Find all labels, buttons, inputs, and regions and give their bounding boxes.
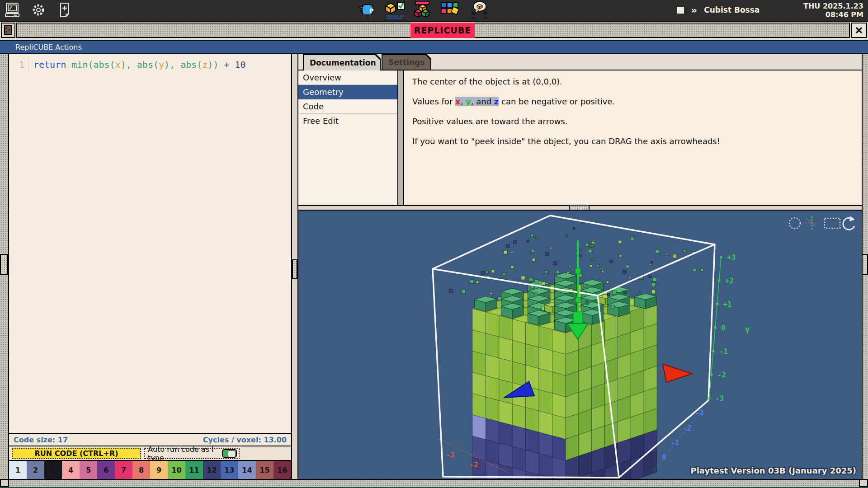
palette-swatch-5[interactable]: 5: [80, 461, 97, 479]
auto-run-toggle[interactable]: [222, 449, 237, 458]
code-token: ), abs(: [164, 59, 202, 70]
vertical-splitter[interactable]: [292, 54, 298, 479]
svg-text:+3: +3: [727, 253, 736, 262]
code-text[interactable]: return min(abs(x), abs(y), abs(z)) + 10: [33, 59, 246, 70]
line-number: 1: [9, 58, 29, 71]
auto-run-label: Auto run code as I type: [148, 445, 218, 462]
palette-swatch-9[interactable]: 9: [150, 461, 168, 479]
code-token: z: [202, 59, 208, 70]
computer-icon[interactable]: [5, 2, 20, 18]
horizontal-splitter-grip[interactable]: [569, 205, 590, 211]
code-token: min(abs(: [71, 59, 115, 70]
clock: THU 2025.1.23 08:46 PM: [803, 2, 863, 19]
voxel-scene[interactable]: +3+2+10-1-2-3Y-3-2-10-3-2: [298, 211, 862, 479]
doc-nav-free-edit[interactable]: Free Edit: [298, 114, 403, 128]
svg-text:Y: Y: [745, 326, 750, 335]
selection-circle-icon[interactable]: [789, 218, 800, 229]
palette-swatch-13[interactable]: 13: [221, 461, 238, 479]
code-token: +: [218, 59, 235, 70]
window-title: RepliCUBE Actions: [15, 43, 82, 52]
window-menu-icon: [2, 23, 14, 37]
doc-paragraph: The center of the object is at (0,0,0).: [412, 77, 853, 87]
code-token: y: [159, 59, 164, 70]
svg-text:-3: -3: [446, 450, 454, 459]
tab-documentation[interactable]: Documentation: [303, 54, 381, 70]
reset-view-icon[interactable]: [843, 216, 855, 230]
svg-text:0: 0: [662, 453, 666, 461]
palette-swatch-14[interactable]: 14: [238, 461, 256, 479]
palette-swatch-2[interactable]: 2: [27, 461, 44, 479]
window-menu-button[interactable]: [1, 23, 15, 38]
palette-swatch-7[interactable]: 7: [115, 461, 132, 479]
right-resize-grip[interactable]: [862, 254, 868, 275]
svg-text:-3: -3: [715, 394, 724, 403]
palette-swatch-8[interactable]: 8: [132, 461, 150, 479]
window-edge-bottom[interactable]: [0, 479, 868, 487]
code-editor-panel[interactable]: 1 return min(abs(x), abs(y), abs(z)) + 1…: [9, 54, 292, 479]
code-token: 10: [235, 59, 246, 70]
palette-swatch-6[interactable]: 6: [97, 461, 115, 479]
doc-nav-list: OverviewGeometryCodeFree Edit: [298, 70, 404, 205]
documentation-panel: DocumentationSettings OverviewGeometryCo…: [298, 54, 862, 205]
palette-swatch-11[interactable]: 11: [185, 461, 203, 479]
version-text: Playtest Version 03B (January 2025): [690, 466, 856, 475]
horizontal-splitter[interactable]: [298, 205, 862, 211]
svg-text:-3: -3: [695, 408, 703, 417]
bottom-right-grip[interactable]: [859, 479, 868, 487]
close-button[interactable]: [851, 23, 867, 38]
mailbox-icon[interactable]: P: [359, 1, 377, 20]
palette-swatch-12[interactable]: 12: [203, 461, 221, 479]
new-file-icon[interactable]: [57, 2, 72, 18]
window-titlebar[interactable]: REPLICUBE: [0, 22, 868, 40]
cube-check-icon[interactable]: [384, 1, 406, 20]
palette-swatch-3[interactable]: 3: [44, 461, 62, 479]
code-token: x: [115, 59, 121, 70]
system-app-icons: P: [359, 1, 491, 21]
doc-content: The center of the object is at (0,0,0).V…: [404, 70, 862, 205]
doc-nav-scrollbar[interactable]: [397, 70, 403, 205]
palette-swatch-4[interactable]: 4: [62, 461, 80, 479]
system-bar: P: [0, 0, 868, 21]
doc-nav-geometry[interactable]: Geometry: [298, 85, 403, 99]
left-resize-grip[interactable]: [0, 254, 8, 275]
community-icon[interactable]: [468, 1, 491, 20]
color-grid-icon[interactable]: [440, 1, 461, 20]
voxel-viewport[interactable]: +3+2+10-1-2-3Y-3-2-10-3-2 Playtest Versi…: [298, 211, 862, 479]
doc-paragraph: Positive values are toward the arrows.: [412, 117, 853, 127]
stop-icon[interactable]: [677, 7, 684, 14]
palette-swatch-1[interactable]: 1: [9, 461, 27, 479]
track-title: Cubist Bossa: [704, 5, 760, 14]
vertical-splitter-grip[interactable]: [292, 259, 297, 279]
code-token: ), abs(: [121, 59, 159, 70]
svg-text:+2: +2: [725, 277, 734, 285]
svg-text:-1: -1: [670, 438, 679, 447]
cube-stack-icon[interactable]: [413, 1, 433, 21]
axes-icon[interactable]: [806, 216, 818, 230]
tab-settings[interactable]: Settings: [382, 54, 431, 70]
time-text: 08:46 PM: [803, 10, 863, 19]
palette-swatch-15[interactable]: 15: [256, 461, 274, 479]
doc-paragraph: Values for x, y, and z can be negative o…: [412, 97, 853, 107]
palette-swatch-16[interactable]: 16: [274, 461, 291, 479]
doc-nav-overview[interactable]: Overview: [298, 70, 403, 85]
screen: P: [0, 0, 868, 488]
next-track-icon[interactable]: »: [691, 7, 697, 14]
svg-text:-2: -2: [683, 424, 691, 432]
code-token: )): [208, 59, 218, 70]
bounds-box-icon[interactable]: [825, 218, 840, 228]
svg-text:0: 0: [721, 324, 726, 332]
svg-text:-1: -1: [719, 347, 728, 356]
auto-run-group: Auto run code as I type: [144, 448, 240, 459]
bottom-left-grip[interactable]: [0, 479, 9, 487]
editor-status-row: Code size: 17 Cycles / voxel: 13.00: [9, 433, 291, 446]
code-size-label: Code size: 17: [14, 436, 68, 444]
settings-gear-icon[interactable]: [31, 2, 46, 18]
code-token: return: [33, 59, 71, 70]
code-line[interactable]: 1 return min(abs(x), abs(y), abs(z)) + 1…: [9, 58, 291, 71]
palette-swatch-10[interactable]: 10: [168, 461, 185, 479]
music-widget: » Cubist Bossa: [677, 5, 760, 14]
run-code-button[interactable]: RUN CODE (CTRL+R): [12, 448, 141, 459]
doc-nav-code[interactable]: Code: [298, 99, 403, 114]
system-menu-icons: [5, 2, 72, 18]
svg-text:P: P: [369, 7, 374, 14]
